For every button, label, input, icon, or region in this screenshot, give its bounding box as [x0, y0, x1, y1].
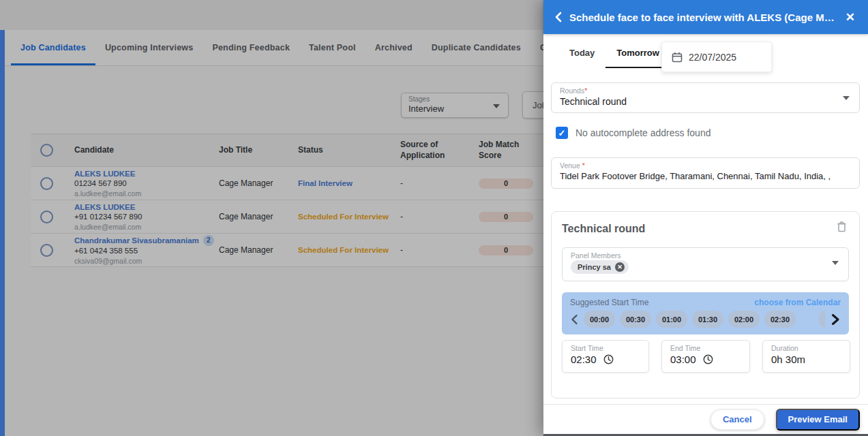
- time-slot-chip[interactable]: 00:30: [620, 311, 651, 328]
- modal-header: Schedule face to face interview with ALE…: [543, 0, 868, 34]
- chevron-down-icon: [843, 96, 850, 104]
- start-time-field[interactable]: Start Time 02:30: [562, 340, 649, 373]
- tab-today[interactable]: Today: [558, 42, 605, 68]
- back-icon[interactable]: [554, 12, 563, 22]
- technical-round-card: Technical round Panel Members Princy sa …: [551, 211, 860, 399]
- panel-member-chip[interactable]: Princy sa ✕: [571, 260, 629, 274]
- rounds-value: Technical round: [560, 96, 851, 107]
- time-slot-chip-partial: [819, 311, 825, 328]
- time-slot-chip[interactable]: 02:30: [764, 311, 796, 328]
- venue-label: Venue: [560, 161, 580, 170]
- time-slot-chip[interactable]: 01:00: [656, 311, 687, 328]
- tab-tomorrow[interactable]: Tomorrow: [605, 42, 670, 68]
- venue-input-field[interactable]: Venue* Tidel Park Footover Bridge, Thara…: [551, 157, 860, 189]
- required-asterisk: *: [584, 87, 587, 95]
- rounds-label: Rounds: [560, 87, 584, 95]
- remove-chip-icon[interactable]: ✕: [615, 262, 625, 272]
- panel-members-label: Panel Members: [571, 251, 840, 260]
- panel-members-dropdown[interactable]: Panel Members Princy sa ✕: [562, 247, 849, 281]
- modal-footer: Cancel Preview Email: [543, 404, 868, 434]
- clock-icon: [603, 354, 614, 364]
- duration-value: 0h 30m: [771, 354, 805, 365]
- close-icon[interactable]: ✕: [843, 9, 858, 26]
- cancel-button[interactable]: Cancel: [710, 409, 764, 430]
- schedule-interview-modal: Schedule face to face interview with ALE…: [543, 0, 868, 436]
- checkbox-checked-icon[interactable]: ✓: [556, 127, 568, 139]
- chevron-left-icon[interactable]: [570, 314, 579, 325]
- rounds-dropdown[interactable]: Rounds* Technical round: [551, 82, 860, 113]
- suggested-start-time-panel: Suggested Start Time choose from Calenda…: [562, 292, 849, 334]
- venue-value: Tidel Park Footover Bridge, Tharamani, C…: [560, 171, 851, 181]
- required-asterisk: *: [582, 161, 585, 170]
- clock-icon: [703, 354, 713, 364]
- no-autocomplete-checkbox-row[interactable]: ✓ No autocomplete address found: [556, 127, 710, 139]
- time-slot-chip[interactable]: 01:30: [692, 311, 723, 328]
- modal-title: Schedule face to face interview with ALE…: [569, 12, 843, 23]
- date-value: 22/07/2025: [689, 52, 736, 63]
- end-time-label: End Time: [670, 344, 741, 352]
- duration-field: Duration 0h 30m: [762, 340, 850, 373]
- round-card-title: Technical round: [562, 223, 645, 235]
- end-time-field[interactable]: End Time 03:00: [661, 340, 750, 373]
- chevron-right-icon[interactable]: [830, 313, 841, 326]
- start-time-label: Start Time: [571, 344, 640, 352]
- end-time-value: 03:00: [670, 354, 696, 365]
- chip-label: Princy sa: [578, 263, 611, 271]
- preview-email-button[interactable]: Preview Email: [776, 409, 860, 431]
- start-time-value: 02:30: [571, 354, 597, 365]
- choose-from-calendar-link[interactable]: choose from Calendar: [754, 298, 841, 307]
- time-slot-chip[interactable]: 00:00: [584, 311, 615, 328]
- suggested-start-time-label: Suggested Start Time: [570, 298, 648, 307]
- day-tabs: Today Tomorrow: [558, 42, 670, 68]
- delete-round-icon[interactable]: [837, 221, 847, 235]
- duration-label: Duration: [771, 344, 841, 352]
- chevron-down-icon: [832, 261, 839, 268]
- checkbox-label: No autocomplete address found: [575, 127, 710, 138]
- calendar-icon: [672, 52, 683, 63]
- time-slot-chip[interactable]: 02:00: [728, 311, 760, 328]
- date-picker-field[interactable]: 22/07/2025: [661, 42, 772, 72]
